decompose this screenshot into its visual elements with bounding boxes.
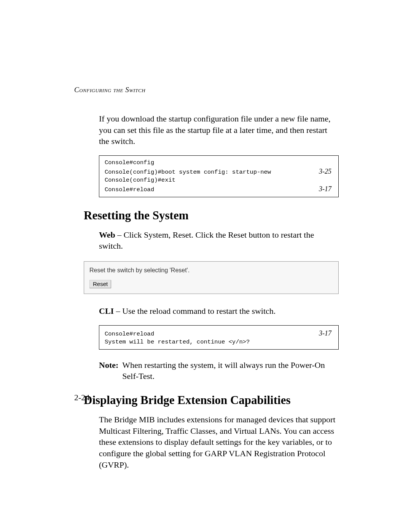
note-text: When restarting the system, it will alwa… bbox=[122, 359, 339, 382]
code-line: Console#reload 3-17 bbox=[105, 184, 333, 194]
code-cmd: Console#config bbox=[105, 159, 154, 167]
code-cmd: System will be restarted, continue <y/n>… bbox=[105, 338, 250, 346]
reset-panel-text: Reset the switch by selecting 'Reset'. bbox=[89, 267, 333, 274]
code-ref: 3-17 bbox=[319, 329, 333, 338]
web-instruction: Web – Click System, Reset. Click the Res… bbox=[99, 229, 339, 252]
code-cmd: Console#reload bbox=[105, 330, 154, 338]
code-cmd: Console(config)#boot system config: star… bbox=[105, 168, 271, 176]
reset-panel: Reset the switch by selecting 'Reset'. R… bbox=[84, 261, 339, 294]
bridge-body: The Bridge MIB includes extensions for m… bbox=[99, 414, 339, 470]
heading-resetting-system: Resetting the System bbox=[84, 209, 339, 222]
code-block-2: Console#reload 3-17 System will be resta… bbox=[99, 325, 339, 350]
code-ref: 3-25 bbox=[319, 167, 333, 176]
code-line: Console(config)#boot system config: star… bbox=[105, 167, 333, 176]
code-line: Console#config bbox=[105, 159, 333, 167]
reset-button[interactable]: Reset bbox=[89, 280, 111, 288]
web-label: Web bbox=[99, 230, 115, 240]
cli-label: CLI bbox=[99, 306, 114, 316]
cli-instruction: CLI – Use the reload command to restart … bbox=[99, 305, 339, 317]
code-line: Console(config)#exit bbox=[105, 176, 333, 184]
note-row: Note: When restarting the system, it wil… bbox=[99, 359, 339, 382]
heading-bridge-extension: Displaying Bridge Extension Capabilities bbox=[84, 393, 339, 407]
cli-text: – Use the reload command to restart the … bbox=[114, 306, 276, 316]
code-cmd: Console(config)#exit bbox=[105, 176, 175, 184]
code-ref: 3-17 bbox=[319, 184, 333, 193]
web-text: – Click System, Reset. Click the Reset b… bbox=[99, 230, 314, 251]
code-block-1: Console#config Console(config)#boot syst… bbox=[99, 155, 339, 197]
running-header: Configuring the Switch bbox=[74, 86, 339, 94]
code-line: System will be restarted, continue <y/n>… bbox=[105, 338, 333, 346]
code-line: Console#reload 3-17 bbox=[105, 329, 333, 338]
page-number: 2-24 bbox=[74, 393, 89, 403]
code-cmd: Console#reload bbox=[105, 186, 154, 194]
note-label: Note: bbox=[99, 359, 118, 382]
intro-paragraph: If you download the startup configuratio… bbox=[99, 113, 339, 147]
page: Configuring the Switch If you download t… bbox=[0, 0, 411, 532]
